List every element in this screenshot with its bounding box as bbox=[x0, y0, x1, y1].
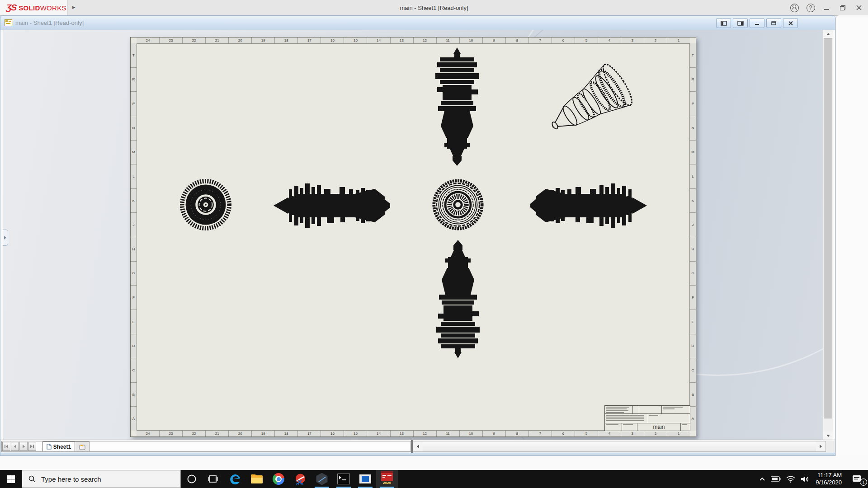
document-close-button[interactable] bbox=[783, 18, 798, 28]
taskbar-icon-chrome[interactable] bbox=[268, 470, 289, 488]
account-icon[interactable] bbox=[788, 2, 800, 13]
zone-label: 18 bbox=[274, 38, 297, 43]
zone-label: 14 bbox=[367, 38, 390, 43]
last-sheet-button[interactable] bbox=[28, 442, 36, 451]
zone-label: 7 bbox=[528, 431, 552, 436]
zone-label: D bbox=[690, 334, 696, 358]
zone-label: 5 bbox=[575, 38, 598, 43]
zone-label: A bbox=[690, 406, 696, 431]
solidworks-logo[interactable]: ƷS SOLIDWORKS bbox=[0, 0, 68, 15]
zone-label: 20 bbox=[228, 431, 251, 436]
document-minimize-button[interactable] bbox=[750, 18, 764, 28]
zone-label: 22 bbox=[182, 431, 205, 436]
zone-band-right: TRPNMLKJHGFEDCBA bbox=[689, 43, 696, 431]
zone-label: 2 bbox=[644, 431, 667, 436]
zone-label: 23 bbox=[159, 38, 182, 43]
zone-band-left: TRPNMLKJHGFEDCBA bbox=[131, 43, 137, 431]
action-center-button[interactable]: 1 bbox=[845, 470, 868, 488]
drawing-document-icon bbox=[5, 19, 12, 26]
zone-label: 11 bbox=[436, 431, 459, 436]
zone-label: N bbox=[690, 116, 696, 140]
windows-taskbar: 2020 11:17 AM 9/16/2020 bbox=[0, 470, 868, 488]
title-block-drawing-name: main bbox=[637, 423, 681, 431]
taskbar-icon-command-prompt[interactable] bbox=[333, 470, 354, 488]
document-restore-button[interactable] bbox=[766, 18, 781, 28]
first-sheet-button[interactable] bbox=[2, 442, 10, 451]
zone-label: R bbox=[690, 67, 696, 92]
zone-label: 24 bbox=[137, 431, 159, 436]
title-block: main bbox=[604, 405, 690, 431]
scroll-up-button[interactable] bbox=[823, 30, 833, 38]
drawing-view-bottom[interactable] bbox=[430, 239, 486, 359]
vertical-scrollbar[interactable] bbox=[823, 30, 833, 440]
drawing-viewport[interactable]: 242322212019181716151413121110987654321 … bbox=[3, 30, 823, 440]
battery-icon[interactable] bbox=[768, 470, 783, 488]
zone-label: 3 bbox=[621, 431, 644, 436]
zone-label: D bbox=[131, 334, 137, 358]
previous-sheet-button[interactable] bbox=[11, 442, 19, 451]
task-view-button[interactable] bbox=[203, 470, 224, 488]
help-icon[interactable]: ? bbox=[805, 2, 816, 13]
taskbar-icon-edge[interactable] bbox=[224, 470, 246, 488]
taskbar-icon-remote-viewer[interactable] bbox=[354, 470, 376, 488]
zone-label: B bbox=[690, 382, 696, 407]
show-right-pane-button[interactable] bbox=[733, 18, 748, 28]
collapsed-panel-handle[interactable] bbox=[3, 230, 8, 246]
sheet-tab-strip: Sheet1 bbox=[1, 441, 411, 452]
taskbar-search[interactable] bbox=[22, 470, 181, 488]
taskbar-clock[interactable]: 11:17 AM 9/16/2020 bbox=[812, 470, 845, 488]
zone-label: 9 bbox=[482, 38, 505, 43]
close-button[interactable] bbox=[853, 2, 865, 13]
hidden-icons-chevron[interactable] bbox=[756, 470, 768, 488]
vertical-scrollbar-thumb[interactable] bbox=[824, 38, 832, 418]
zone-label: 14 bbox=[367, 431, 390, 436]
document-titlebar[interactable]: main - Sheet1 [Read-only] bbox=[0, 15, 835, 30]
tab-sheet1[interactable]: Sheet1 bbox=[42, 441, 75, 451]
zone-label: 18 bbox=[274, 431, 297, 436]
zone-label: 17 bbox=[297, 38, 321, 43]
clock-time: 11:17 AM bbox=[817, 472, 842, 479]
drawing-view-center[interactable] bbox=[432, 178, 484, 231]
zone-label: C bbox=[690, 358, 696, 382]
zone-label: J bbox=[690, 212, 696, 237]
horizontal-scrollbar[interactable] bbox=[413, 441, 826, 452]
scroll-down-button[interactable] bbox=[823, 432, 833, 440]
menu-flyout-arrow-icon[interactable]: ▸ bbox=[72, 4, 75, 10]
restore-button[interactable] bbox=[837, 2, 849, 13]
show-left-pane-button[interactable] bbox=[716, 18, 731, 28]
search-input[interactable] bbox=[40, 475, 160, 483]
scroll-left-button[interactable] bbox=[413, 441, 423, 451]
next-sheet-button[interactable] bbox=[19, 442, 28, 451]
zone-label: 21 bbox=[205, 431, 228, 436]
cortana-button[interactable] bbox=[181, 470, 203, 488]
drawing-view-right[interactable] bbox=[529, 180, 649, 231]
zone-label: 19 bbox=[251, 38, 274, 43]
scroll-right-button[interactable] bbox=[816, 441, 826, 451]
start-button[interactable] bbox=[0, 470, 22, 488]
graphics-workspace: 242322212019181716151413121110987654321 … bbox=[0, 30, 835, 440]
drawing-sheet[interactable]: 242322212019181716151413121110987654321 … bbox=[130, 37, 696, 437]
drawing-view-front[interactable] bbox=[272, 180, 391, 231]
drawing-view-left[interactable] bbox=[179, 178, 232, 231]
zone-label: 1 bbox=[667, 38, 690, 43]
zone-label: 2 bbox=[644, 38, 667, 43]
solidworks-logo-works: WORKS bbox=[40, 4, 66, 12]
zone-label: 10 bbox=[459, 431, 482, 436]
drawing-view-top[interactable] bbox=[429, 47, 485, 167]
taskbar-icon-snip-tool[interactable] bbox=[289, 470, 311, 488]
sheet-tab-label: Sheet1 bbox=[53, 444, 71, 450]
taskbar-icon-file-explorer[interactable] bbox=[246, 470, 268, 488]
zone-label: K bbox=[690, 188, 696, 213]
add-sheet-button[interactable] bbox=[75, 441, 90, 451]
volume-icon[interactable] bbox=[798, 470, 812, 488]
taskbar-icon-hexagon-app[interactable] bbox=[311, 470, 333, 488]
zone-label: R bbox=[131, 67, 137, 92]
collapsed-task-pane[interactable] bbox=[835, 15, 868, 456]
zone-label: 20 bbox=[228, 38, 251, 43]
wifi-icon[interactable] bbox=[783, 470, 798, 488]
zone-label: 11 bbox=[436, 38, 459, 43]
minimize-button[interactable] bbox=[821, 2, 833, 13]
taskbar-icon-solidworks-2020[interactable]: 2020 bbox=[376, 470, 398, 488]
zone-label: 6 bbox=[552, 431, 575, 436]
drawing-view-isometric[interactable] bbox=[539, 59, 644, 143]
